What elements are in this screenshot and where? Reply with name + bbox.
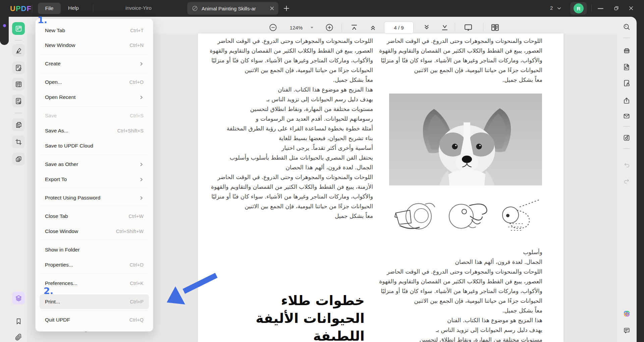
sidebar-comment-tool[interactable] bbox=[12, 44, 25, 57]
menu-item-save-as[interactable]: Save As...Ctrl+Shift+S bbox=[40, 123, 149, 138]
avatar: R bbox=[574, 3, 584, 13]
minimize-button[interactable] bbox=[598, 8, 603, 9]
updf-ai-button[interactable] bbox=[620, 307, 633, 320]
convert-button[interactable] bbox=[620, 61, 633, 73]
restore-button[interactable] bbox=[613, 5, 620, 11]
highlighter-icon bbox=[15, 47, 22, 54]
redo-button[interactable] bbox=[620, 175, 633, 187]
menu-item-close-window[interactable]: Close WindowCtrl+Shift+W bbox=[40, 224, 149, 239]
tab-animal-painting[interactable]: Animal Painting Skills-ar bbox=[187, 2, 278, 15]
copy-pages-icon bbox=[15, 121, 22, 129]
text-line: اللوحات والمنحوتات والمجوهرات وحتى الدرو… bbox=[211, 172, 373, 182]
menu-item-save-as-other[interactable]: Save as Other bbox=[40, 157, 149, 172]
ocr-label: OCR bbox=[625, 50, 629, 52]
menu-item-create[interactable]: Create bbox=[40, 56, 149, 71]
sidebar-attachments-panel[interactable] bbox=[12, 331, 25, 342]
menu-item-export-to[interactable]: Export To bbox=[40, 172, 149, 187]
dog-sketches bbox=[389, 196, 542, 236]
sidebar-crop-tool[interactable] bbox=[12, 135, 25, 148]
menu-label: Save to UPDF Cloud bbox=[45, 143, 93, 149]
email-button[interactable] bbox=[620, 110, 633, 122]
document-count[interactable]: 2 bbox=[550, 5, 553, 11]
sidebar-fill-sign-tool[interactable] bbox=[12, 95, 25, 107]
reading-mode-button[interactable] bbox=[490, 23, 500, 32]
last-page-button[interactable] bbox=[440, 23, 449, 32]
menu-item-preferences[interactable]: Preferences...Ctrl+K bbox=[40, 276, 149, 291]
text-line: معاً بشكل جميل. bbox=[385, 75, 542, 85]
menu-item-close-tab[interactable]: Close TabCtrl+W bbox=[40, 209, 149, 224]
zoom-out-button[interactable] bbox=[268, 23, 278, 32]
feedback-button[interactable] bbox=[620, 324, 633, 337]
menu-shortcut: Ctrl+T bbox=[130, 28, 144, 33]
text-line: الأزمنة، يبيع فن القطط والكلاب الكثير من… bbox=[211, 182, 373, 192]
submenu-chevron-icon bbox=[139, 62, 144, 66]
menu-item-save-to-cloud[interactable]: Save to UPDF Cloud bbox=[40, 138, 149, 153]
sidebar-divider bbox=[623, 148, 630, 149]
next-page-button[interactable] bbox=[422, 23, 431, 32]
undo-button[interactable] bbox=[620, 159, 633, 171]
sidebar-bookmark-panel[interactable] bbox=[12, 315, 25, 328]
sidebar-edit-pdf-tool[interactable] bbox=[12, 61, 25, 74]
search-button[interactable] bbox=[620, 20, 633, 33]
paperclip-icon bbox=[15, 333, 22, 341]
menu-item-open[interactable]: Open...Ctrl+O bbox=[40, 75, 149, 90]
tab-invoice[interactable]: invoice-Yiro bbox=[117, 5, 160, 11]
text-line: الحيوانات جزءًا من حياتنا اليومية، فإن ا… bbox=[385, 65, 542, 75]
text-line: رسوماتهم للحيوانات. أقدم العديد من الرسو… bbox=[211, 114, 373, 124]
toolbar-divider bbox=[483, 23, 483, 32]
previous-page-button[interactable] bbox=[368, 23, 378, 32]
save-button[interactable] bbox=[620, 131, 633, 144]
chevron-down-icon[interactable] bbox=[557, 7, 561, 10]
sidebar-organize-pages-tool[interactable] bbox=[12, 78, 25, 91]
convert-document-icon bbox=[623, 63, 631, 71]
account-button[interactable]: R bbox=[570, 2, 587, 15]
menu-item-protect-password[interactable]: Protect Using Password bbox=[40, 190, 149, 205]
tab-close-icon[interactable] bbox=[270, 6, 274, 11]
zoom-dropdown-caret[interactable] bbox=[310, 26, 314, 29]
close-window-button[interactable] bbox=[628, 5, 634, 11]
heading-line: الحيوانات الأليفة bbox=[224, 309, 365, 327]
text-line: هذا المزيج هو موضوع هذا الكتاب. الفنان bbox=[385, 316, 542, 325]
menu-label: Show in Folder bbox=[45, 247, 79, 253]
help-menu-button[interactable]: Help bbox=[68, 5, 79, 11]
tab-title: Animal Painting Skills-ar bbox=[202, 6, 256, 11]
file-menu-button[interactable]: File bbox=[38, 3, 61, 14]
submenu-chevron-icon bbox=[139, 177, 144, 182]
new-tab-button[interactable] bbox=[282, 4, 290, 12]
menu-shortcut: Ctrl+O bbox=[129, 79, 144, 85]
sidebar-reader-mode[interactable] bbox=[12, 22, 25, 35]
ocr-icon: OCR bbox=[623, 46, 631, 55]
updf-window: UPDF File Help invoice-Yiro Animal Paint… bbox=[0, 0, 644, 342]
heading-line: خطوات طلاء bbox=[224, 292, 365, 309]
pdf-page[interactable]: اللوحات والمنحوتات والمجوهرات وحتى الدرو… bbox=[198, 34, 564, 342]
zoom-level[interactable]: 124% bbox=[286, 25, 307, 31]
menu-item-show-in-folder[interactable]: Show in Folder bbox=[40, 242, 149, 257]
menu-item-quit[interactable]: Quit UPDFCtrl+Q bbox=[40, 312, 149, 327]
sidebar-stamp-tool[interactable] bbox=[12, 153, 25, 165]
share-button[interactable] bbox=[620, 94, 633, 107]
text-line: العصور، يبيع فن القطط والكلاب الكثير من … bbox=[385, 277, 542, 286]
sidebar-page-tools[interactable] bbox=[12, 118, 25, 131]
protect-button[interactable] bbox=[620, 77, 633, 90]
menu-item-properties[interactable]: Properties...Ctrl+D bbox=[40, 258, 149, 272]
toolbar-divider bbox=[455, 23, 455, 32]
menu-divider bbox=[41, 240, 148, 240]
menu-item-print[interactable]: Print...Ctrl+P bbox=[40, 294, 149, 309]
zoom-in-button[interactable] bbox=[325, 23, 334, 32]
corner-notch bbox=[0, 17, 9, 45]
sidebar-layers-panel[interactable] bbox=[12, 292, 25, 304]
text-line: معاً بشكل جميل. bbox=[385, 306, 542, 316]
presentation-mode-button[interactable] bbox=[464, 23, 473, 32]
menu-label: Close Tab bbox=[45, 213, 68, 219]
menu-item-new-window[interactable]: New WindowCtrl+N bbox=[40, 38, 149, 53]
sidebar-divider bbox=[15, 40, 22, 41]
topbar-divider bbox=[591, 4, 592, 12]
ocr-button[interactable]: OCR bbox=[620, 44, 633, 57]
menu-label: Quit UPDF bbox=[45, 317, 70, 323]
first-page-button[interactable] bbox=[350, 23, 359, 32]
menu-item-new-tab[interactable]: New TabCtrl+T bbox=[40, 23, 149, 38]
menu-item-open-recent[interactable]: Open Recent bbox=[40, 90, 149, 105]
text-line: والأكواب، وماركات المتاجر وغيرها من الأش… bbox=[211, 192, 373, 202]
text-line: يهدف دليل رسم الحيوانات إلى تزويد الناس … bbox=[211, 95, 373, 104]
page-indicator-input[interactable]: 4 / 9 bbox=[384, 21, 414, 34]
